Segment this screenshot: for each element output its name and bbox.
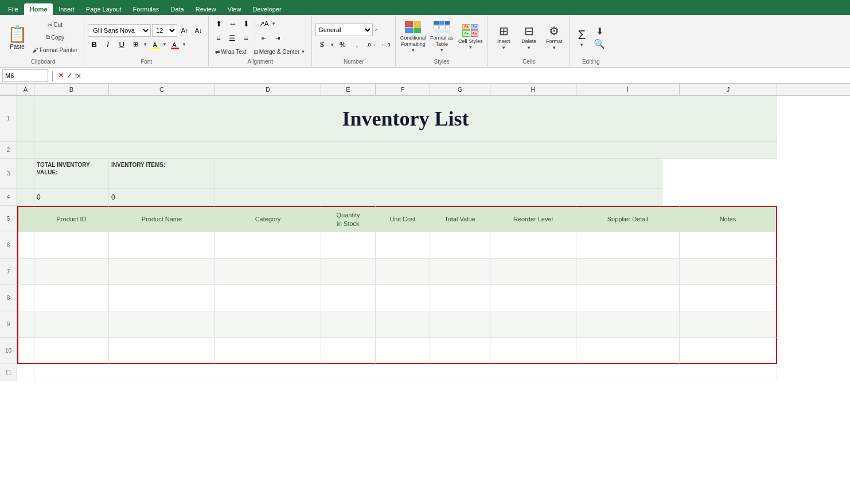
cell-e8[interactable] xyxy=(321,285,376,311)
cell-d5[interactable]: Category xyxy=(215,206,321,232)
merge-center-button[interactable]: ⊟ Merge & Center ▼ xyxy=(251,46,309,57)
cell-g9[interactable] xyxy=(430,311,490,338)
row-num-4[interactable]: 4 xyxy=(0,189,17,206)
cell-b9[interactable] xyxy=(34,311,109,338)
cell-a11[interactable] xyxy=(17,364,34,381)
col-header-g[interactable]: G xyxy=(430,84,490,95)
cell-c9[interactable] xyxy=(109,311,215,338)
cell-f6[interactable] xyxy=(376,232,430,259)
italic-button[interactable]: I xyxy=(102,38,114,51)
cell-row2-merged[interactable] xyxy=(34,142,777,159)
increase-indent-button[interactable]: ⇥ xyxy=(271,32,284,44)
cell-e10[interactable] xyxy=(321,338,376,364)
cell-c7[interactable] xyxy=(109,259,215,285)
font-size-select[interactable]: 12 xyxy=(152,24,177,37)
col-header-a[interactable]: A xyxy=(17,84,34,95)
wrap-text-button[interactable]: ⇄ Wrap Text xyxy=(212,46,249,57)
align-left-button[interactable]: ≡ xyxy=(212,32,225,44)
cell-d8[interactable] xyxy=(215,285,321,311)
cell-i9[interactable] xyxy=(576,311,680,338)
align-middle-button[interactable]: ↔ xyxy=(226,17,239,30)
orientation-button[interactable]: ↗A xyxy=(258,17,270,30)
copy-button[interactable]: ⧉ Copy xyxy=(30,32,80,43)
cell-f5[interactable]: Unit Cost xyxy=(376,206,430,232)
cell-styles-button[interactable]: Aa Aa Aa Aa Cell Styles ▼ xyxy=(457,21,484,54)
cell-d10[interactable] xyxy=(215,338,321,364)
border-dropdown[interactable]: ▼ xyxy=(143,42,147,47)
row-num-2[interactable]: 2 xyxy=(0,142,17,159)
autosum-button[interactable]: Σ ▼ xyxy=(574,21,590,54)
col-header-h[interactable]: H xyxy=(490,84,576,95)
cell-e6[interactable] xyxy=(321,232,376,259)
underline-button[interactable]: U xyxy=(115,38,128,51)
col-header-i[interactable]: I xyxy=(576,84,680,95)
orientation-dropdown[interactable]: ▼ xyxy=(271,21,276,26)
cell-a10[interactable] xyxy=(17,338,34,364)
align-right-button[interactable]: ≡ xyxy=(240,32,252,44)
paste-button[interactable]: 📋 Paste xyxy=(6,21,29,54)
row-num-7[interactable]: 7 xyxy=(0,259,17,285)
cell-d6[interactable] xyxy=(215,232,321,259)
insert-dropdown[interactable]: ▼ xyxy=(501,45,506,51)
number-format-select[interactable]: General xyxy=(315,24,373,36)
tab-file[interactable]: File xyxy=(2,3,24,15)
delete-button[interactable]: ⊟ Delete ▼ xyxy=(517,21,541,54)
cancel-formula-icon[interactable]: ✕ xyxy=(58,71,64,80)
format-painter-button[interactable]: 🖌 Format Painter xyxy=(30,44,80,56)
cell-b7[interactable] xyxy=(34,259,109,285)
fill-dropdown[interactable]: ▼ xyxy=(162,42,167,47)
row-num-8[interactable]: 8 xyxy=(0,285,17,311)
percent-button[interactable]: % xyxy=(336,38,349,51)
col-header-f[interactable]: F xyxy=(376,84,430,95)
cell-b6[interactable] xyxy=(34,232,109,259)
cell-g5[interactable]: Total Value xyxy=(430,206,490,232)
cell-d7[interactable] xyxy=(215,259,321,285)
cell-a2[interactable] xyxy=(17,142,34,159)
cell-h7[interactable] xyxy=(490,259,576,285)
merge-dropdown[interactable]: ▼ xyxy=(301,49,305,54)
cell-c3[interactable]: INVENTORY ITEMS: xyxy=(109,159,215,189)
row-num-11[interactable]: 11 xyxy=(0,364,17,381)
tab-review[interactable]: Review xyxy=(190,3,222,15)
row-num-9[interactable]: 9 xyxy=(0,311,17,338)
tab-view[interactable]: View xyxy=(222,3,247,15)
cell-c10[interactable] xyxy=(109,338,215,364)
tab-insert[interactable]: Insert xyxy=(53,3,80,15)
cell-d9[interactable] xyxy=(215,311,321,338)
align-bottom-button[interactable]: ⬇ xyxy=(240,17,252,30)
align-top-button[interactable]: ⬆ xyxy=(212,17,225,30)
name-box[interactable]: M6 xyxy=(2,69,48,82)
cell-j9[interactable] xyxy=(680,311,777,338)
cell-i10[interactable] xyxy=(576,338,680,364)
conditional-formatting-button[interactable]: ConditionalFormatting ▼ xyxy=(399,21,427,54)
row-num-3[interactable]: 3 xyxy=(0,159,17,189)
cell-a4[interactable] xyxy=(17,189,34,206)
tab-developer[interactable]: Developer xyxy=(247,3,287,15)
font-name-select[interactable]: Gill Sans Nova xyxy=(88,24,151,37)
cell-b8[interactable] xyxy=(34,285,109,311)
insert-button[interactable]: ⊞ Insert ▼ xyxy=(492,21,516,54)
number-format-expand[interactable]: ↗ xyxy=(374,28,378,33)
font-color-button[interactable]: A xyxy=(168,38,181,51)
format-dropdown[interactable]: ▼ xyxy=(552,45,556,51)
formula-input[interactable] xyxy=(83,69,848,82)
cell-a1[interactable] xyxy=(17,96,34,142)
currency-button[interactable]: $ xyxy=(315,38,328,51)
cell-j10[interactable] xyxy=(680,338,777,364)
border-button[interactable]: ⊞ xyxy=(129,38,142,51)
cell-b5[interactable]: Product ID xyxy=(34,206,109,232)
format-button[interactable]: ⚙ Format ▼ xyxy=(542,21,566,54)
bold-button[interactable]: B xyxy=(88,38,100,51)
cell-j5[interactable]: Notes xyxy=(680,206,777,232)
cell-d4-j4[interactable] xyxy=(215,189,662,206)
cell-j7[interactable] xyxy=(680,259,777,285)
cell-f9[interactable] xyxy=(376,311,430,338)
cell-j6[interactable] xyxy=(680,232,777,259)
increase-decimal-button[interactable]: .0→ xyxy=(365,38,377,51)
cell-c6[interactable] xyxy=(109,232,215,259)
align-center-button[interactable]: ☰ xyxy=(226,32,239,44)
row-num-6[interactable]: 6 xyxy=(0,232,17,259)
cell-g8[interactable] xyxy=(430,285,490,311)
insert-function-icon[interactable]: fx xyxy=(75,71,81,80)
tab-home[interactable]: Home xyxy=(24,3,53,15)
